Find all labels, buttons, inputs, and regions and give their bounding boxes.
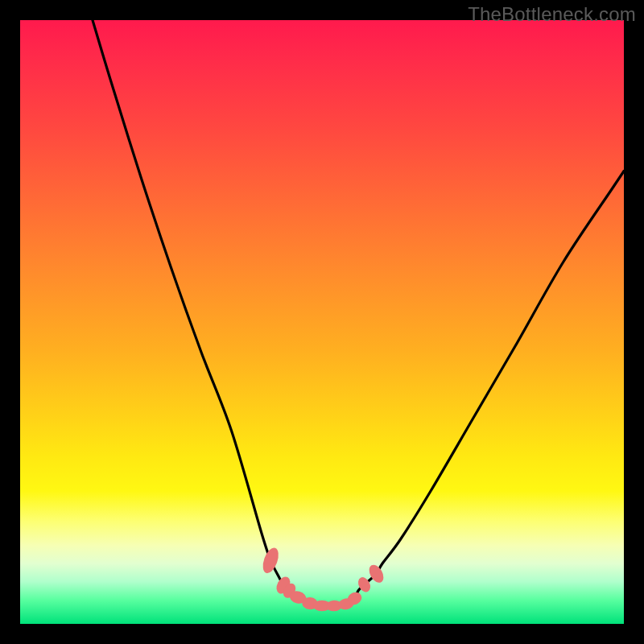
marker-left-upper-long bbox=[260, 546, 282, 576]
chart-svg bbox=[20, 20, 624, 624]
watermark-text: TheBottleneck.com bbox=[468, 3, 636, 26]
bottleneck-curve bbox=[93, 20, 624, 606]
plot-area bbox=[20, 20, 624, 624]
chart-frame: TheBottleneck.com bbox=[0, 0, 644, 644]
